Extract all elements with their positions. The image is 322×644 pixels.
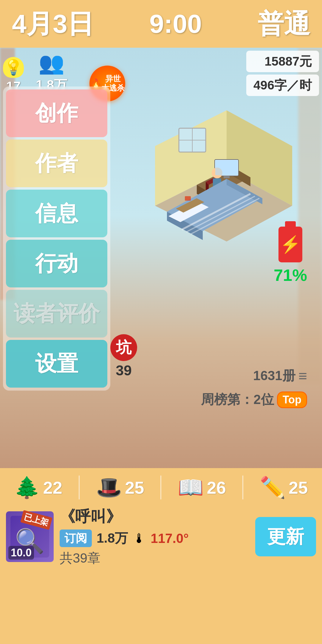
pit-badge: 坑 39 xyxy=(110,334,137,379)
books-icon: ≡ xyxy=(298,367,307,385)
menu-action[interactable]: 行动 xyxy=(6,240,107,287)
menu-reader-review[interactable]: 读者评价 xyxy=(6,290,107,338)
book-chapters: 共39章 xyxy=(60,549,249,567)
book-cover: 🔍 已上架 10.0 xyxy=(6,511,54,562)
menu-author[interactable]: 作者 xyxy=(6,140,107,187)
stats-right: 15887元 496字／时 xyxy=(243,48,322,99)
update-button[interactable]: 更新 xyxy=(255,517,316,556)
svg-rect-10 xyxy=(224,176,230,178)
bottom-book-bar: 🔍 已上架 10.0 《呼叫》 订阅 1.8万 🌡 117.0° 共39章 更新 xyxy=(0,507,322,566)
menu-info[interactable]: 信息 xyxy=(6,190,107,237)
battery-icon: ⚡ xyxy=(278,227,302,262)
books-count-display: 1631册 ≡ xyxy=(253,367,307,385)
character-val: 25 xyxy=(125,478,144,498)
hat-icon: 🎩 xyxy=(96,475,122,500)
knowledge-stat: 📖 26 xyxy=(178,475,226,500)
divider-2 xyxy=(160,476,161,499)
nature-val: 22 xyxy=(43,478,62,498)
book-score: 10.0 xyxy=(8,546,34,560)
lightbulb-icon: 💡 xyxy=(3,57,24,78)
character-stat: 🎩 25 xyxy=(96,475,144,500)
writing-val: 25 xyxy=(289,478,308,498)
battery-percent: 71% xyxy=(274,265,307,285)
divider-1 xyxy=(79,476,80,499)
svg-rect-24 xyxy=(185,196,191,201)
battery-display: ⚡ 71% xyxy=(274,227,307,285)
pencil-icon: ✏️ xyxy=(260,475,286,500)
menu-create[interactable]: 创作 xyxy=(6,89,107,137)
book-title: 《呼叫》 xyxy=(60,506,249,527)
svg-rect-15 xyxy=(215,160,238,175)
subscribe-val: 1.8万 xyxy=(97,530,128,547)
divider-3 xyxy=(242,476,243,499)
pit-count: 39 xyxy=(116,362,131,379)
knowledge-val: 26 xyxy=(207,478,226,498)
top-badge[interactable]: Top xyxy=(277,391,307,408)
knowledge-icon: 📖 xyxy=(178,475,204,500)
pit-icon: 坑 xyxy=(110,334,137,361)
main-menu: 创作 作者 信息 行动 读者评价 设置 xyxy=(3,86,110,391)
writing-stat: ✏️ 25 xyxy=(260,475,308,500)
subscribe-label: 订阅 xyxy=(60,530,92,547)
rank-text: 周榜第：2位 xyxy=(201,391,274,408)
mode-display: 普通 xyxy=(258,6,310,42)
fans-icon: 👥 xyxy=(38,51,64,75)
weekly-rank-display: 周榜第：2位 Top xyxy=(201,391,307,408)
book-info: 《呼叫》 订阅 1.8万 🌡 117.0° 共39章 xyxy=(60,506,249,567)
books-number: 1631册 xyxy=(253,367,295,385)
nature-stat: 🌲 22 xyxy=(14,475,62,500)
bottom-stats-bar: 🌲 22 🎩 25 📖 26 ✏️ 25 xyxy=(0,468,322,507)
top-bar: 4月3日 9:00 普通 xyxy=(0,0,322,48)
time-display: 9:00 xyxy=(149,9,202,39)
temp-val: 117.0° xyxy=(151,531,189,546)
book-meta: 订阅 1.8万 🌡 117.0° xyxy=(60,530,249,547)
speed-stat: 496字／时 xyxy=(246,75,319,96)
game-area: 15887元 496字／时 💡 17 👥 1.8万 🔥异世大逃杀 创作 作者 信… xyxy=(0,48,322,468)
money-stat: 15887元 xyxy=(246,51,319,72)
thermometer-icon: 🌡 xyxy=(133,531,146,546)
date-display: 4月3日 xyxy=(12,6,94,42)
battery-bolt-icon: ⚡ xyxy=(280,235,301,254)
menu-settings[interactable]: 设置 xyxy=(6,340,107,388)
tree-icon: 🌲 xyxy=(14,475,40,500)
